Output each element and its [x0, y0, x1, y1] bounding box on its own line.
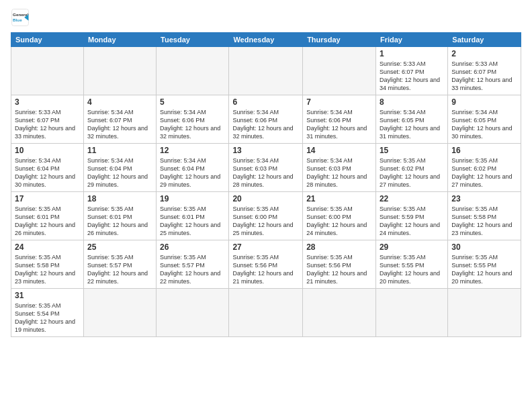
day-info: Sunrise: 5:35 AM Sunset: 5:56 PM Dayligh… [232, 253, 299, 286]
calendar-day: 17Sunrise: 5:35 AM Sunset: 6:01 PM Dayli… [11, 192, 84, 240]
calendar-day: 7Sunrise: 5:34 AM Sunset: 6:06 PM Daylig… [303, 95, 376, 144]
calendar-day: 23Sunrise: 5:35 AM Sunset: 5:58 PM Dayli… [448, 192, 521, 240]
day-number: 17 [15, 194, 80, 203]
calendar-day: 15Sunrise: 5:35 AM Sunset: 6:02 PM Dayli… [375, 144, 447, 192]
calendar-day [229, 289, 303, 337]
calendar-week-3: 10Sunrise: 5:34 AM Sunset: 6:04 PM Dayli… [11, 144, 521, 192]
day-info: Sunrise: 5:34 AM Sunset: 6:03 PM Dayligh… [306, 156, 372, 189]
calendar-table: SundayMondayTuesdayWednesdayThursdayFrid… [11, 32, 521, 337]
day-number: 27 [232, 242, 299, 252]
day-number: 11 [87, 146, 152, 155]
day-info: Sunrise: 5:34 AM Sunset: 6:04 PM Dayligh… [160, 156, 225, 189]
calendar-day: 22Sunrise: 5:35 AM Sunset: 5:59 PM Dayli… [375, 192, 447, 240]
calendar-day: 31Sunrise: 5:35 AM Sunset: 5:54 PM Dayli… [11, 289, 84, 337]
day-info: Sunrise: 5:34 AM Sunset: 6:07 PM Dayligh… [87, 108, 152, 141]
calendar-day: 24Sunrise: 5:35 AM Sunset: 5:58 PM Dayli… [11, 240, 84, 289]
day-number: 7 [306, 97, 372, 107]
day-number: 23 [451, 194, 517, 203]
day-info: Sunrise: 5:35 AM Sunset: 6:01 PM Dayligh… [160, 205, 225, 238]
day-number: 16 [451, 146, 517, 155]
day-header-sunday: Sunday [11, 33, 84, 47]
day-header-friday: Friday [375, 33, 447, 47]
day-info: Sunrise: 5:34 AM Sunset: 6:05 PM Dayligh… [451, 108, 517, 141]
calendar-day: 2Sunrise: 5:33 AM Sunset: 6:07 PM Daylig… [448, 47, 521, 95]
day-info: Sunrise: 5:33 AM Sunset: 6:07 PM Dayligh… [15, 108, 80, 141]
calendar-week-6: 31Sunrise: 5:35 AM Sunset: 5:54 PM Dayli… [11, 289, 521, 337]
day-number: 29 [380, 242, 444, 252]
day-number: 5 [160, 97, 225, 107]
day-info: Sunrise: 5:35 AM Sunset: 6:02 PM Dayligh… [380, 156, 444, 189]
day-info: Sunrise: 5:34 AM Sunset: 6:06 PM Dayligh… [306, 108, 372, 141]
day-header-wednesday: Wednesday [229, 33, 303, 47]
calendar-day: 14Sunrise: 5:34 AM Sunset: 6:03 PM Dayli… [303, 144, 376, 192]
svg-text:Blue: Blue [13, 17, 22, 22]
day-info: Sunrise: 5:35 AM Sunset: 6:00 PM Dayligh… [232, 205, 299, 238]
calendar-page: General Blue SundayMondayTuesdayWednesda… [0, 0, 532, 411]
calendar-day: 11Sunrise: 5:34 AM Sunset: 6:04 PM Dayli… [83, 144, 156, 192]
day-info: Sunrise: 5:33 AM Sunset: 6:07 PM Dayligh… [451, 60, 517, 93]
calendar-day: 3Sunrise: 5:33 AM Sunset: 6:07 PM Daylig… [11, 95, 84, 144]
day-info: Sunrise: 5:34 AM Sunset: 6:04 PM Dayligh… [87, 156, 152, 189]
day-number: 10 [15, 146, 80, 155]
logo-icon: General Blue [11, 8, 30, 27]
day-info: Sunrise: 5:34 AM Sunset: 6:05 PM Dayligh… [380, 108, 444, 141]
calendar-day: 27Sunrise: 5:35 AM Sunset: 5:56 PM Dayli… [229, 240, 303, 289]
day-number: 31 [15, 291, 80, 300]
day-header-tuesday: Tuesday [157, 33, 229, 47]
calendar-day [448, 289, 521, 337]
day-info: Sunrise: 5:34 AM Sunset: 6:03 PM Dayligh… [232, 156, 299, 189]
calendar-day: 9Sunrise: 5:34 AM Sunset: 6:05 PM Daylig… [448, 95, 521, 144]
day-info: Sunrise: 5:35 AM Sunset: 6:01 PM Dayligh… [15, 205, 80, 238]
day-number: 3 [15, 97, 80, 107]
day-number: 24 [15, 242, 80, 252]
calendar-day: 10Sunrise: 5:34 AM Sunset: 6:04 PM Dayli… [11, 144, 84, 192]
day-info: Sunrise: 5:35 AM Sunset: 5:59 PM Dayligh… [380, 205, 444, 238]
calendar-day: 6Sunrise: 5:34 AM Sunset: 6:06 PM Daylig… [229, 95, 303, 144]
calendar-day [11, 47, 84, 95]
calendar-day: 12Sunrise: 5:34 AM Sunset: 6:04 PM Dayli… [157, 144, 229, 192]
day-number: 13 [232, 146, 299, 155]
calendar-day: 30Sunrise: 5:35 AM Sunset: 5:55 PM Dayli… [448, 240, 521, 289]
day-info: Sunrise: 5:35 AM Sunset: 5:54 PM Dayligh… [15, 302, 80, 334]
day-number: 2 [451, 49, 517, 58]
day-number: 28 [306, 242, 372, 252]
calendar-day: 20Sunrise: 5:35 AM Sunset: 6:00 PM Dayli… [229, 192, 303, 240]
day-number: 30 [451, 242, 517, 252]
day-number: 15 [380, 146, 444, 155]
calendar-week-4: 17Sunrise: 5:35 AM Sunset: 6:01 PM Dayli… [11, 192, 521, 240]
day-header-saturday: Saturday [448, 33, 521, 47]
calendar-day: 18Sunrise: 5:35 AM Sunset: 6:01 PM Dayli… [83, 192, 156, 240]
day-number: 6 [232, 97, 299, 107]
calendar-day [303, 47, 376, 95]
calendar-day [83, 289, 156, 337]
calendar-day: 28Sunrise: 5:35 AM Sunset: 5:56 PM Dayli… [303, 240, 376, 289]
day-header-monday: Monday [83, 33, 156, 47]
calendar-day: 29Sunrise: 5:35 AM Sunset: 5:55 PM Dayli… [375, 240, 447, 289]
day-header-thursday: Thursday [303, 33, 376, 47]
day-number: 8 [380, 97, 444, 107]
logo: General Blue [11, 8, 30, 27]
day-info: Sunrise: 5:35 AM Sunset: 6:01 PM Dayligh… [87, 205, 152, 238]
calendar-day: 26Sunrise: 5:35 AM Sunset: 5:57 PM Dayli… [157, 240, 229, 289]
day-info: Sunrise: 5:35 AM Sunset: 5:58 PM Dayligh… [451, 205, 517, 238]
day-number: 14 [306, 146, 372, 155]
calendar-day: 25Sunrise: 5:35 AM Sunset: 5:57 PM Dayli… [83, 240, 156, 289]
day-info: Sunrise: 5:35 AM Sunset: 5:56 PM Dayligh… [306, 253, 372, 286]
calendar-day: 4Sunrise: 5:34 AM Sunset: 6:07 PM Daylig… [83, 95, 156, 144]
day-info: Sunrise: 5:35 AM Sunset: 6:02 PM Dayligh… [451, 156, 517, 189]
calendar-day: 1Sunrise: 5:33 AM Sunset: 6:07 PM Daylig… [375, 47, 447, 95]
day-info: Sunrise: 5:33 AM Sunset: 6:07 PM Dayligh… [380, 60, 444, 93]
day-info: Sunrise: 5:34 AM Sunset: 6:04 PM Dayligh… [15, 156, 80, 189]
day-info: Sunrise: 5:35 AM Sunset: 5:58 PM Dayligh… [15, 253, 80, 286]
calendar-day: 5Sunrise: 5:34 AM Sunset: 6:06 PM Daylig… [157, 95, 229, 144]
calendar-day: 13Sunrise: 5:34 AM Sunset: 6:03 PM Dayli… [229, 144, 303, 192]
day-number: 22 [380, 194, 444, 203]
day-number: 9 [451, 97, 517, 107]
calendar-week-2: 3Sunrise: 5:33 AM Sunset: 6:07 PM Daylig… [11, 95, 521, 144]
calendar-day [83, 47, 156, 95]
calendar-day [157, 47, 229, 95]
day-info: Sunrise: 5:34 AM Sunset: 6:06 PM Dayligh… [160, 108, 225, 141]
day-number: 1 [380, 49, 444, 58]
day-number: 21 [306, 194, 372, 203]
calendar-day: 19Sunrise: 5:35 AM Sunset: 6:01 PM Dayli… [157, 192, 229, 240]
